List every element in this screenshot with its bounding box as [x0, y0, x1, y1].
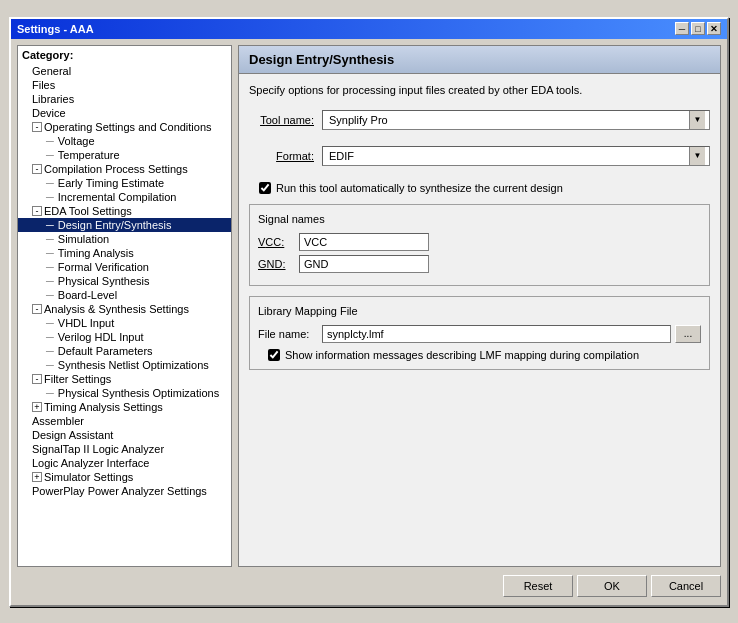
compilation-label: Compilation Process Settings: [44, 163, 188, 175]
gnd-input[interactable]: [299, 255, 429, 273]
browse-button[interactable]: ...: [675, 325, 701, 343]
file-name-input[interactable]: [322, 325, 671, 343]
sidebar-item-physical-synthesis[interactable]: ─ Physical Synthesis: [18, 274, 231, 288]
tool-name-value: Synplify Pro: [327, 114, 689, 126]
sidebar-item-simulator-settings[interactable]: + Simulator Settings: [18, 470, 231, 484]
sidebar-item-temperature[interactable]: ─ Temperature: [18, 148, 231, 162]
sidebar-item-filter-settings[interactable]: - Filter Settings: [18, 372, 231, 386]
sidebar-item-board-level[interactable]: ─ Board-Level: [18, 288, 231, 302]
sidebar-item-synthesis-netlist[interactable]: ─ Synthesis Netlist Optimizations: [18, 358, 231, 372]
library-mapping-title: Library Mapping File: [258, 305, 701, 317]
format-value: EDIF: [327, 150, 689, 162]
show-info-checkbox[interactable]: [268, 349, 280, 361]
sidebar-item-incremental-compilation[interactable]: ─ Incremental Compilation: [18, 190, 231, 204]
format-row: Format: EDIF ▼: [249, 146, 710, 166]
sidebar-item-files[interactable]: Files: [18, 78, 231, 92]
formal-verification-label: Formal Verification: [58, 261, 149, 273]
sidebar-item-signaltap[interactable]: SignalTap II Logic Analyzer: [18, 442, 231, 456]
file-name-label: File name:: [258, 328, 318, 340]
close-button[interactable]: ✕: [707, 22, 721, 35]
expand-icon-simulator[interactable]: +: [32, 472, 42, 482]
sidebar-item-analysis-synthesis[interactable]: - Analysis & Synthesis Settings: [18, 302, 231, 316]
sidebar-item-voltage[interactable]: ─ Voltage: [18, 134, 231, 148]
minimize-button[interactable]: ─: [675, 22, 689, 35]
sidebar-item-simulation[interactable]: ─ Simulation: [18, 232, 231, 246]
vhdl-input-label: VHDL Input: [58, 317, 114, 329]
auto-run-row: Run this tool automatically to synthesiz…: [259, 182, 710, 194]
design-entry-label: Design Entry/Synthesis: [58, 219, 172, 231]
sidebar-item-early-timing[interactable]: ─ Early Timing Estimate: [18, 176, 231, 190]
physical-synthesis-label: Physical Synthesis: [58, 275, 150, 287]
expand-icon-filter[interactable]: -: [32, 374, 42, 384]
left-panel: Category: General Files Libraries Device: [17, 45, 232, 567]
signal-names-section: Signal names VCC: GND:: [249, 204, 710, 286]
device-label: Device: [32, 107, 66, 119]
design-assistant-label: Design Assistant: [32, 429, 113, 441]
sidebar-item-assembler[interactable]: Assembler: [18, 414, 231, 428]
expand-icon-operating[interactable]: -: [32, 122, 42, 132]
cancel-button[interactable]: Cancel: [651, 575, 721, 597]
default-parameters-label: Default Parameters: [58, 345, 153, 357]
signal-names-title: Signal names: [258, 213, 701, 225]
sidebar-item-timing-analysis[interactable]: ─ Timing Analysis: [18, 246, 231, 260]
auto-run-label: Run this tool automatically to synthesiz…: [276, 182, 563, 194]
format-select[interactable]: EDIF ▼: [322, 146, 710, 166]
libraries-label: Libraries: [32, 93, 74, 105]
expand-icon-compilation[interactable]: -: [32, 164, 42, 174]
voltage-label: Voltage: [58, 135, 95, 147]
library-mapping-section: Library Mapping File File name: ... Show…: [249, 296, 710, 370]
sidebar-item-design-assistant[interactable]: Design Assistant: [18, 428, 231, 442]
incremental-compilation-label: Incremental Compilation: [58, 191, 177, 203]
sidebar-item-verilog-input[interactable]: ─ Verilog HDL Input: [18, 330, 231, 344]
sidebar-item-compilation-process[interactable]: - Compilation Process Settings: [18, 162, 231, 176]
format-dropdown-arrow[interactable]: ▼: [689, 147, 705, 165]
sidebar-item-operating-settings[interactable]: - Operating Settings and Conditions: [18, 120, 231, 134]
sidebar-item-design-entry[interactable]: ─ Design Entry/Synthesis: [18, 218, 231, 232]
tool-name-dropdown-arrow[interactable]: ▼: [689, 111, 705, 129]
tool-name-label: Tool name:: [249, 114, 314, 126]
right-header: Design Entry/Synthesis: [238, 45, 721, 74]
filter-settings-label: Filter Settings: [44, 373, 111, 385]
assembler-label: Assembler: [32, 415, 84, 427]
vcc-label: VCC:: [258, 236, 293, 248]
category-label: Category:: [18, 46, 231, 64]
description-text: Specify options for processing input fil…: [249, 84, 710, 96]
vcc-input[interactable]: [299, 233, 429, 251]
settings-window: Settings - AAA ─ □ ✕ Category: General F…: [9, 17, 729, 607]
sidebar-item-vhdl-input[interactable]: ─ VHDL Input: [18, 316, 231, 330]
maximize-button[interactable]: □: [691, 22, 705, 35]
early-timing-label: Early Timing Estimate: [58, 177, 164, 189]
simulator-settings-label: Simulator Settings: [44, 471, 133, 483]
sidebar-item-logic-analyzer-interface[interactable]: Logic Analyzer Interface: [18, 456, 231, 470]
sidebar-item-powerplay[interactable]: PowerPlay Power Analyzer Settings: [18, 484, 231, 498]
analysis-synthesis-label: Analysis & Synthesis Settings: [44, 303, 189, 315]
sidebar-item-eda-tool[interactable]: - EDA Tool Settings: [18, 204, 231, 218]
sidebar-item-timing-analysis-settings[interactable]: + Timing Analysis Settings: [18, 400, 231, 414]
sidebar-item-phys-synth-opts[interactable]: ─ Physical Synthesis Optimizations: [18, 386, 231, 400]
expand-icon-eda[interactable]: -: [32, 206, 42, 216]
ok-button[interactable]: OK: [577, 575, 647, 597]
board-level-label: Board-Level: [58, 289, 117, 301]
file-name-row: File name: ...: [258, 325, 701, 343]
files-label: Files: [32, 79, 55, 91]
title-bar: Settings - AAA ─ □ ✕: [11, 19, 727, 39]
window-title: Settings - AAA: [17, 23, 94, 35]
operating-settings-label: Operating Settings and Conditions: [44, 121, 212, 133]
verilog-input-label: Verilog HDL Input: [58, 331, 144, 343]
temperature-label: Temperature: [58, 149, 120, 161]
reset-button[interactable]: Reset: [503, 575, 573, 597]
expand-icon-analysis[interactable]: -: [32, 304, 42, 314]
gnd-label: GND:: [258, 258, 293, 270]
main-area: Category: General Files Libraries Device: [17, 45, 721, 567]
sidebar-item-formal-verification[interactable]: ─ Formal Verification: [18, 260, 231, 274]
sidebar-item-libraries[interactable]: Libraries: [18, 92, 231, 106]
show-info-label: Show information messages describing LMF…: [285, 349, 639, 361]
sidebar-item-default-parameters[interactable]: ─ Default Parameters: [18, 344, 231, 358]
vcc-row: VCC:: [258, 233, 701, 251]
sidebar-item-general[interactable]: General: [18, 64, 231, 78]
tool-name-select[interactable]: Synplify Pro ▼: [322, 110, 710, 130]
auto-run-checkbox[interactable]: [259, 182, 271, 194]
powerplay-label: PowerPlay Power Analyzer Settings: [32, 485, 207, 497]
expand-icon-timing-settings[interactable]: +: [32, 402, 42, 412]
sidebar-item-device[interactable]: Device: [18, 106, 231, 120]
